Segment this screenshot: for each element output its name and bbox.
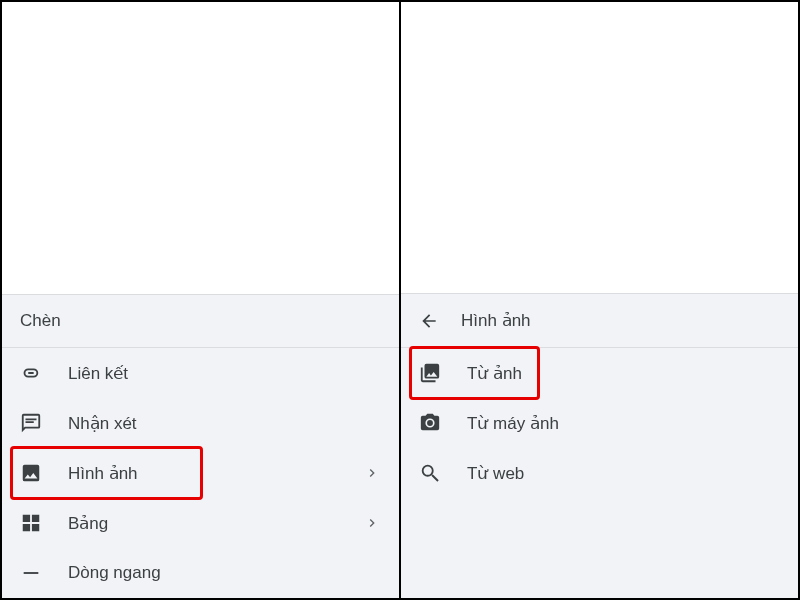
photos-icon: [419, 362, 441, 384]
right-pane: Hình ảnh Từ ảnh Từ máy ảnh: [401, 2, 798, 598]
menu-item-comment[interactable]: Nhận xét: [2, 398, 399, 448]
menu-item-image[interactable]: Hình ảnh: [2, 448, 399, 498]
menu-item-label: Nhận xét: [68, 413, 381, 434]
document-canvas-right: [401, 2, 798, 293]
submenu-item-label: Từ máy ảnh: [467, 413, 780, 434]
menu-item-label: Dòng ngang: [68, 563, 381, 583]
submenu-item-from-camera[interactable]: Từ máy ảnh: [401, 398, 798, 448]
camera-icon: [419, 412, 441, 434]
submenu-item-label: Từ web: [467, 463, 780, 484]
insert-menu-title: Chèn: [2, 295, 399, 347]
insert-menu-title-text: Chèn: [20, 311, 61, 331]
chevron-right-icon: [363, 515, 381, 531]
tutorial-frame: Chèn Liên kết Nhận xét: [0, 0, 800, 600]
menu-item-horizontal-line[interactable]: Dòng ngang: [2, 548, 399, 598]
menu-item-table[interactable]: Bảng: [2, 498, 399, 548]
comment-icon: [20, 412, 42, 434]
image-submenu-title: Hình ảnh: [461, 310, 531, 331]
image-submenu-sheet: Hình ảnh Từ ảnh Từ máy ảnh: [401, 293, 798, 598]
search-icon: [419, 462, 441, 484]
image-submenu-items: Từ ảnh Từ máy ảnh Từ web .: [401, 348, 798, 598]
insert-menu-items: Liên kết Nhận xét Hình ảnh: [2, 348, 399, 598]
svg-rect-0: [24, 572, 39, 574]
table-icon: [20, 512, 42, 534]
submenu-item-from-photos[interactable]: Từ ảnh: [401, 348, 798, 398]
submenu-item-from-web[interactable]: Từ web: [401, 448, 798, 498]
insert-menu-sheet: Chèn Liên kết Nhận xét: [2, 294, 399, 598]
image-icon: [20, 462, 42, 484]
menu-item-label: Bảng: [68, 513, 337, 534]
menu-item-label: Hình ảnh: [68, 463, 337, 484]
link-icon: [20, 362, 42, 384]
image-submenu-header: Hình ảnh: [401, 294, 798, 347]
left-pane: Chèn Liên kết Nhận xét: [2, 2, 401, 598]
menu-item-link[interactable]: Liên kết: [2, 348, 399, 398]
horizontal-line-icon: [20, 562, 42, 584]
submenu-item-label: Từ ảnh: [467, 363, 780, 384]
document-canvas-left: [2, 2, 399, 294]
menu-item-label: Liên kết: [68, 363, 381, 384]
chevron-right-icon: [363, 465, 381, 481]
back-icon[interactable]: [419, 311, 439, 331]
